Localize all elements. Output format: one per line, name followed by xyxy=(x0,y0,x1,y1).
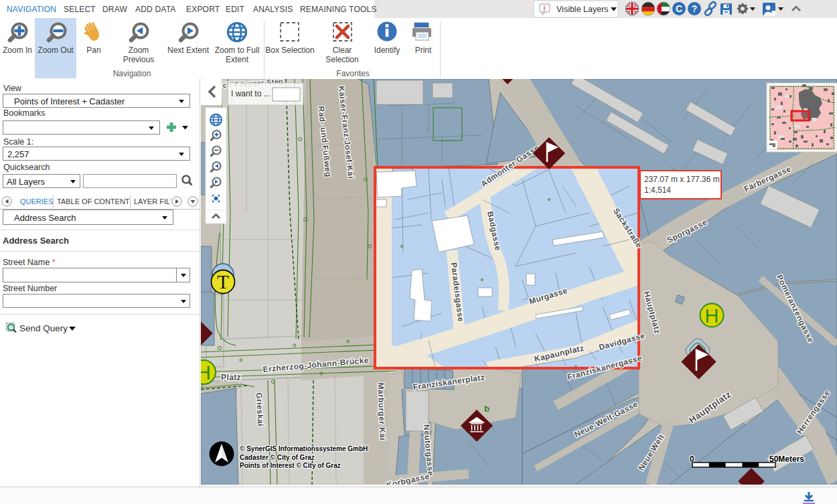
svg-text:1:4,514: 1:4,514 xyxy=(644,185,671,195)
svg-text:?: ? xyxy=(692,3,698,14)
svg-text:H: H xyxy=(201,361,211,384)
svg-text:Visible Layers: Visible Layers xyxy=(556,5,609,14)
svg-text:Cadaster © City of Graz: Cadaster © City of Graz xyxy=(240,454,315,461)
svg-text:© SynerGIS Informationssysteme: © SynerGIS Informationssysteme GmbH xyxy=(240,445,368,452)
svg-text:H: H xyxy=(705,305,719,327)
svg-text:Points of Interest © City of G: Points of Interest © City of Graz xyxy=(240,462,341,469)
svg-text:237.07 m x 177.36 m: 237.07 m x 177.36 m xyxy=(644,175,720,184)
svg-text:b: b xyxy=(484,404,489,414)
svg-text:T: T xyxy=(217,271,229,292)
svg-text:I want to ...: I want to ... xyxy=(231,89,271,98)
svg-text:Grieskai: Grieskai xyxy=(254,392,266,426)
svg-text:C: C xyxy=(676,3,682,14)
svg-text:i: i xyxy=(544,5,546,12)
svg-text:Platz: Platz xyxy=(221,373,241,382)
